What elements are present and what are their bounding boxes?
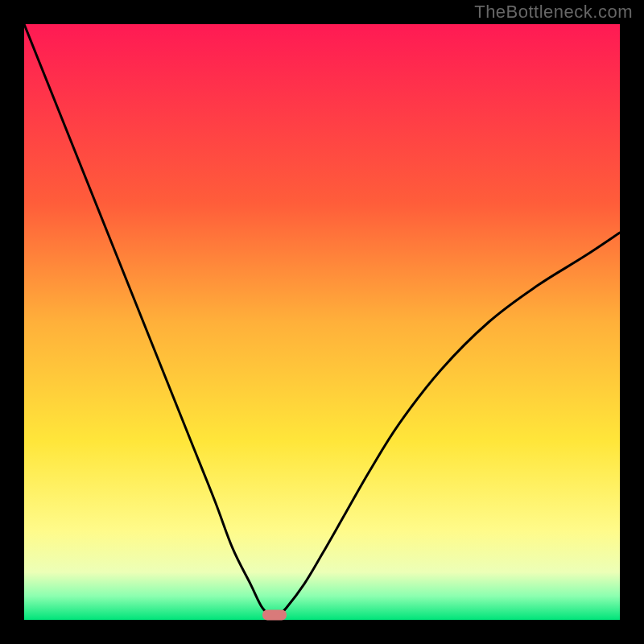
curve-right xyxy=(275,233,620,620)
bottleneck-marker xyxy=(262,610,287,621)
chart-frame: TheBottleneck.com xyxy=(0,0,644,644)
watermark-label: TheBottleneck.com xyxy=(474,2,633,23)
curve-svg xyxy=(24,24,620,620)
curve-left xyxy=(24,24,275,620)
plot-area xyxy=(24,24,620,620)
